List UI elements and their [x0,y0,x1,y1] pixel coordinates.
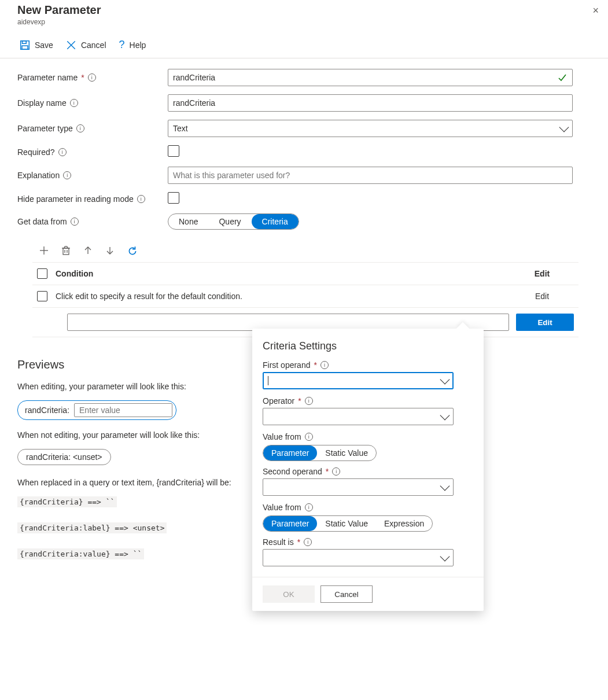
hide-reading-checkbox[interactable] [168,192,179,204]
help-button[interactable]: ? Help [119,39,146,51]
chevron-down-icon [440,552,450,562]
refresh-icon[interactable] [127,246,137,255]
edit-header: Edit [510,269,574,278]
explanation-input[interactable] [168,167,573,184]
pill-parameter[interactable]: Parameter [263,516,317,531]
pill-expression[interactable]: Expression [376,516,432,531]
chevron-down-icon [440,411,450,421]
add-icon[interactable] [39,246,49,255]
pill-none[interactable]: None [168,214,208,229]
pill-parameter[interactable]: Parameter [263,445,317,460]
result-is-select[interactable] [263,549,454,566]
pill-query[interactable]: Query [208,214,251,229]
svg-rect-7 [63,248,69,255]
pill-criteria[interactable]: Criteria [252,214,299,229]
delete-icon[interactable] [61,246,71,255]
result-is-label: Result is* i [263,537,473,547]
first-operand-select[interactable] [263,372,454,389]
pill-static-value[interactable]: Static Value [317,516,376,531]
info-icon[interactable]: i [305,397,313,405]
value-from-label-2: Value from i [263,503,473,512]
row-edit-link[interactable]: Edit [510,292,574,301]
popup-cancel-button[interactable]: Cancel [320,585,373,603]
info-icon[interactable]: i [304,538,312,546]
ok-button[interactable]: OK [263,585,315,603]
parameter-type-select[interactable]: Text [168,120,573,137]
get-data-from-pills: NoneQueryCriteria [168,213,299,230]
value-from-pills-1: ParameterStatic Value [263,445,377,461]
required-label: Required? i [17,148,168,157]
chevron-down-icon [440,481,450,491]
condition-header: Condition [56,269,93,278]
help-icon: ? [119,39,125,51]
info-icon[interactable]: i [88,73,96,82]
info-icon[interactable]: i [320,361,329,369]
second-operand-select[interactable] [263,478,454,496]
parameter-type-label: Parameter type i [17,124,168,133]
svg-rect-2 [22,46,28,49]
select-all-checkbox[interactable] [37,268,47,279]
second-operand-label: Second operand* i [263,467,473,476]
save-icon [20,40,30,50]
svg-rect-1 [23,40,27,43]
pill-static-value[interactable]: Static Value [317,445,376,460]
operator-select[interactable] [263,408,454,425]
cancel-button[interactable]: Cancel [66,40,106,50]
info-icon[interactable]: i [58,148,67,156]
move-down-icon[interactable] [105,246,115,255]
row-checkbox[interactable] [37,291,47,301]
display-name-input[interactable] [168,94,573,112]
default-condition-text: Click edit to specify a result for the d… [56,292,242,301]
parameter-name-label: Parameter name* i [17,73,168,82]
criteria-settings-popup: Criteria Settings First operand* i Opera… [252,329,484,611]
preview-readonly-pill: randCriteria: <unset> [17,449,111,465]
edit-button[interactable]: Edit [516,314,574,331]
info-icon[interactable]: i [305,503,313,511]
operator-label: Operator* i [263,396,473,406]
explanation-label: Explanation i [17,171,168,180]
preview-code-1: {randCriteria} ==> `` [17,496,117,507]
preview-editing-pill: randCriteria: [17,400,176,420]
display-name-label: Display name i [17,98,168,108]
popup-title: Criteria Settings [263,340,473,352]
required-checkbox[interactable] [168,145,179,157]
value-from-pills-2: ParameterStatic ValueExpression [263,515,433,532]
first-operand-label: First operand* i [263,360,473,370]
info-icon[interactable]: i [76,124,84,132]
get-data-from-label: Get data from i [17,217,168,226]
info-icon[interactable]: i [305,433,313,441]
info-icon[interactable]: i [332,467,340,476]
parameter-name-input[interactable] [168,69,573,86]
hide-reading-label: Hide parameter in reading mode i [17,194,168,204]
preview-code-3: {randCriteria:value} ==> `` [17,548,144,559]
value-from-label-1: Value from i [263,432,473,441]
preview-value-input[interactable] [74,403,172,417]
save-button[interactable]: Save [20,40,53,50]
info-icon[interactable]: i [63,171,71,179]
info-icon[interactable]: i [137,195,145,203]
page-subtitle: aidevexp [17,18,608,26]
page-title: New Parameter [17,3,608,17]
info-icon[interactable]: i [70,99,78,107]
check-icon [558,73,567,84]
chevron-down-icon [559,123,569,132]
info-icon[interactable]: i [71,218,79,226]
cancel-icon [66,40,76,50]
close-icon[interactable]: × [592,5,599,17]
preview-code-2: {randCriteria:label} ==> <unset> [17,522,167,533]
move-up-icon[interactable] [83,246,93,255]
chevron-down-icon [440,375,450,385]
